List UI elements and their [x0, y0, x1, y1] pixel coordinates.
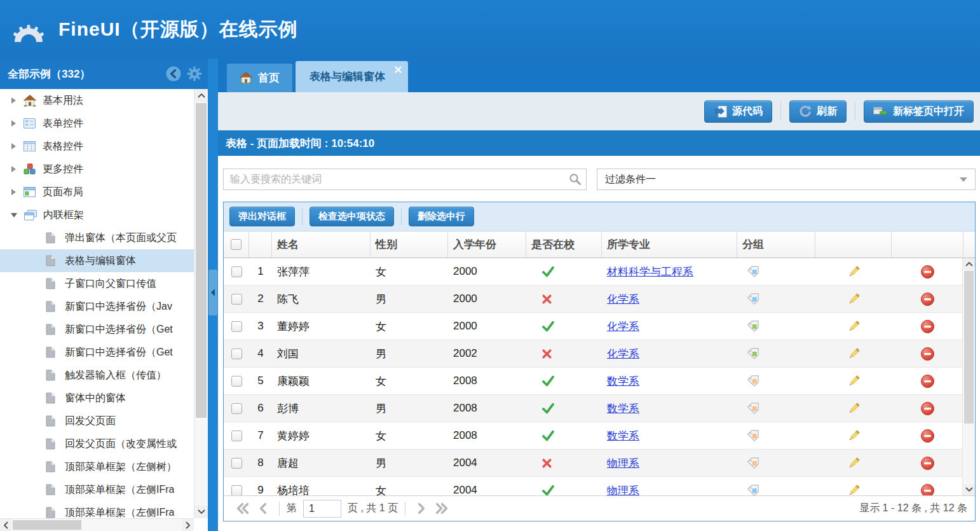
sidebar-vertical-scrollbar[interactable] — [194, 89, 208, 518]
sidebar-splitter[interactable] — [208, 59, 218, 531]
expand-arrow-icon[interactable] — [11, 189, 16, 195]
sidebar-tree-item[interactable]: 基本用法 — [0, 89, 194, 112]
expand-arrow-icon[interactable] — [11, 166, 16, 172]
delete-icon[interactable] — [920, 374, 935, 389]
edit-pencil-icon[interactable] — [847, 347, 861, 361]
scrollbar-thumb[interactable] — [13, 520, 81, 530]
collapse-circle-icon[interactable] — [165, 66, 182, 82]
major-link[interactable]: 物理系 — [607, 456, 639, 471]
page-number-input[interactable] — [303, 500, 341, 518]
sidebar-tree-child[interactable]: 表格与编辑窗体 — [0, 249, 194, 272]
next-page-icon[interactable] — [417, 502, 426, 514]
row-checkbox[interactable] — [231, 431, 242, 441]
scrollbar-thumb[interactable] — [196, 103, 207, 418]
edit-pencil-icon[interactable] — [847, 484, 861, 496]
delete-icon[interactable] — [920, 456, 935, 471]
major-link[interactable]: 物理系 — [607, 483, 639, 496]
sidebar-tree-item[interactable]: 表格控件 — [0, 135, 194, 158]
scroll-right-icon[interactable] — [182, 519, 194, 531]
column-header-empty[interactable] — [815, 231, 892, 258]
column-header-empty[interactable] — [892, 231, 963, 258]
row-checkbox[interactable] — [231, 376, 242, 387]
edit-pencil-icon[interactable] — [847, 457, 861, 470]
column-header[interactable]: 所学专业 — [602, 231, 737, 258]
select-all-header[interactable] — [224, 231, 249, 258]
filter-dropdown[interactable]: 过滤条件一 — [597, 169, 976, 190]
delete-icon[interactable] — [920, 429, 935, 443]
sidebar-tree-child[interactable]: 顶部菜单框架（左侧树） — [0, 455, 194, 478]
expand-arrow-icon[interactable] — [11, 120, 16, 127]
column-header-empty[interactable] — [249, 231, 272, 258]
close-icon[interactable] — [394, 64, 403, 73]
sidebar-tree-child[interactable]: 新窗口中选择省份（Get — [0, 341, 194, 364]
scroll-left-icon[interactable] — [0, 519, 11, 531]
sidebar-tree-item[interactable]: 表单控件 — [0, 112, 194, 135]
scroll-up-icon[interactable] — [963, 258, 975, 270]
grid-vertical-scrollbar[interactable] — [962, 258, 975, 495]
expand-arrow-icon[interactable] — [11, 97, 16, 104]
sidebar-tree-child[interactable]: 子窗口向父窗口传值 — [0, 272, 194, 295]
sidebar-tree-item[interactable]: 更多控件 — [0, 158, 194, 181]
edit-pencil-icon[interactable] — [847, 402, 861, 415]
tab-home[interactable]: 首页 — [227, 64, 292, 92]
sidebar-tree-child[interactable]: 顶部菜单框架（左侧IFra — [0, 501, 194, 518]
major-link[interactable]: 数学系 — [607, 429, 639, 443]
gear-icon[interactable] — [186, 66, 203, 82]
delete-icon[interactable] — [920, 319, 935, 334]
edit-pencil-icon[interactable] — [847, 265, 861, 279]
major-link[interactable]: 化学系 — [607, 319, 639, 334]
edit-pencil-icon[interactable] — [847, 375, 861, 388]
column-header[interactable]: 性别 — [371, 231, 448, 258]
scrollbar-thumb[interactable] — [964, 271, 974, 424]
row-checkbox[interactable] — [231, 485, 242, 496]
tab-active[interactable]: 表格与编辑窗体 — [296, 61, 408, 92]
delete-icon[interactable] — [920, 347, 935, 361]
refresh-button[interactable]: 刷新 — [789, 100, 847, 123]
sidebar-tree-child[interactable]: 回发父页面 — [0, 410, 194, 432]
sidebar-tree-child[interactable]: 顶部菜单框架（左侧IFra — [0, 478, 194, 501]
select-all-checkbox[interactable] — [231, 239, 242, 250]
scroll-down-icon[interactable] — [194, 506, 208, 518]
scroll-down-icon[interactable] — [963, 484, 975, 495]
search-input[interactable] — [224, 169, 586, 190]
sidebar-tree-child[interactable]: 新窗口中选择省份（Jav — [0, 295, 194, 318]
major-link[interactable]: 数学系 — [607, 374, 639, 389]
sidebar-tree-item[interactable]: 页面布局 — [0, 181, 194, 203]
magnifier-icon[interactable] — [569, 173, 582, 186]
delete-icon[interactable] — [920, 265, 935, 279]
edit-pencil-icon[interactable] — [847, 293, 861, 306]
column-header[interactable]: 入学年份 — [448, 231, 526, 258]
major-link[interactable]: 化学系 — [607, 347, 639, 361]
first-page-icon[interactable] — [236, 502, 250, 514]
delete-icon[interactable] — [920, 401, 935, 416]
edit-pencil-icon[interactable] — [847, 429, 861, 443]
sidebar-tree-child[interactable]: 新窗口中选择省份（Get — [0, 318, 194, 341]
sidebar-tree-child[interactable]: 窗体中的窗体 — [0, 387, 194, 410]
row-checkbox[interactable] — [231, 403, 242, 414]
row-checkbox[interactable] — [231, 294, 242, 305]
source-code-button[interactable]: 源代码 — [704, 100, 772, 123]
delete-selected-button[interactable]: 删除选中行 — [409, 207, 474, 226]
open-new-tab-button[interactable]: 新标签页中打开 — [864, 100, 974, 123]
major-link[interactable]: 化学系 — [607, 292, 639, 307]
column-header[interactable]: 姓名 — [272, 231, 371, 258]
open-dialog-button[interactable]: 弹出对话框 — [229, 207, 295, 226]
sidebar-tree-item[interactable]: 内联框架 — [0, 203, 194, 226]
edit-pencil-icon[interactable] — [847, 320, 861, 333]
column-header[interactable]: 分组 — [737, 231, 815, 258]
row-checkbox[interactable] — [231, 266, 242, 277]
delete-icon[interactable] — [920, 292, 935, 307]
splitter-collapse-handle[interactable] — [208, 270, 217, 315]
row-checkbox[interactable] — [231, 321, 242, 332]
major-link[interactable]: 数学系 — [607, 401, 639, 416]
expand-arrow-icon[interactable] — [11, 213, 17, 217]
delete-icon[interactable] — [920, 483, 935, 496]
column-header[interactable]: 是否在校 — [526, 231, 602, 258]
row-checkbox[interactable] — [231, 348, 242, 359]
row-checkbox[interactable] — [231, 458, 242, 469]
last-page-icon[interactable] — [435, 502, 449, 514]
sidebar-tree-child[interactable]: 回发父页面（改变属性或 — [0, 432, 194, 455]
sidebar-tree-child[interactable]: 触发器输入框（传值） — [0, 364, 194, 387]
sidebar-tree-child[interactable]: 弹出窗体（本页面或父页 — [0, 226, 194, 249]
prev-page-icon[interactable] — [259, 502, 268, 514]
